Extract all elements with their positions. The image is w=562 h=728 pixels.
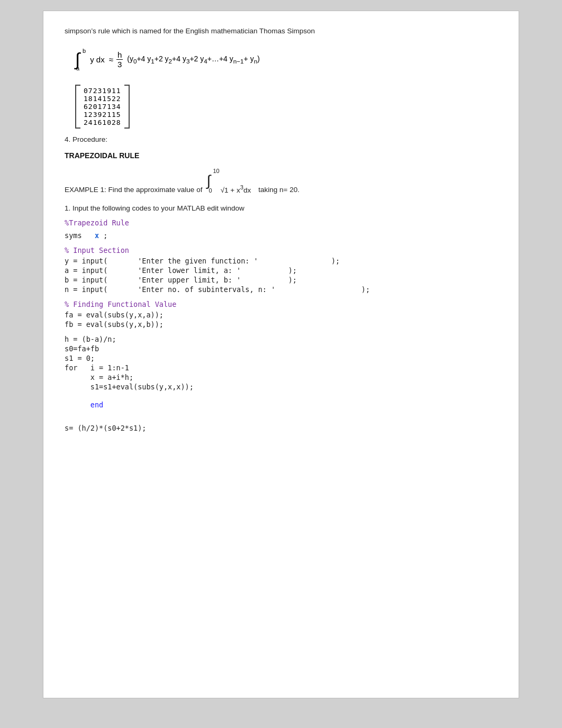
end-line: end [65, 392, 497, 417]
upper-limit-b: b [83, 48, 86, 54]
ex-integral-sign: ∫ [206, 174, 211, 187]
integral-formula: b ∫ a y dx ≈ h 3 (y0+4 y1+2 y2+4 y3+2 y4… [75, 48, 260, 71]
procedure-label: 4. Procedure: [65, 135, 497, 143]
comment-trapezoid: %Trapezoid Rule [65, 219, 497, 227]
x-assign-line: x = a+i*h; [65, 373, 497, 381]
comment-input: % Input Section [65, 246, 497, 254]
for-line: for i = 1:n-1 [65, 363, 497, 372]
input-a-line: a = input( 'Enter lower limit, a: ' ); [65, 266, 497, 275]
matrix-row-1: 07231911 [84, 87, 121, 95]
integrand-y: y dx [90, 55, 105, 64]
lower-limit-a: a [76, 65, 79, 71]
fb-line: fb = eval(subs(y,x,b)); [65, 320, 497, 329]
example-suffix: taking n= 20. [258, 186, 300, 194]
ex-integrand: √1 + x3dx [221, 184, 251, 194]
example-integral-wrap: 10 ∫ 0 √1 + x3dx [206, 168, 251, 194]
intro-text: simpson’s rule which is named for the En… [65, 27, 497, 35]
input-n-line: n = input( 'Enter no. of subintervals, n… [65, 285, 497, 294]
matrix-section: 07231911 18141522 62017134 12392115 2416… [75, 85, 497, 130]
ex-lower-0: 0 [209, 187, 212, 194]
matrix-row-2: 18141522 [84, 95, 121, 103]
comment-functional: % Finding Functional Value [65, 300, 497, 308]
syms-x: x [95, 231, 99, 240]
step1-text: 1. Input the following codes to your MAT… [65, 204, 497, 212]
formula-section: b ∫ a y dx ≈ h 3 (y0+4 y1+2 y2+4 y3+2 y4… [75, 46, 497, 71]
formula-rhs: (y0+4 y1+2 y2+4 y3+2 y4+…+4 yn−1+ yn) [127, 54, 260, 65]
fa-line: fa = eval(subs(y,x,a)); [65, 311, 497, 319]
s-final-block: s= (h/2)*(s0+2*s1); [65, 424, 497, 432]
approx-symbol: ≈ [109, 55, 113, 64]
matrix-row-3: 62017134 [84, 103, 121, 111]
bracket-left-icon [75, 85, 80, 129]
example-line: EXAMPLE 1: Find the approximate value of… [65, 168, 497, 194]
s-final-line: s= (h/2)*(s0+2*s1); [65, 424, 497, 432]
matrix-row-4: 12392115 [84, 111, 121, 119]
ex-upper-10: 10 [213, 168, 219, 174]
syms-line: syms x ; [65, 231, 497, 240]
s1-update-line: s1=s1+eval(subs(y,x,x)); [65, 383, 497, 391]
page: simpson’s rule which is named for the En… [43, 11, 519, 698]
h-over-3: h 3 [116, 50, 123, 69]
h-line: h = (b-a)/n; [65, 335, 497, 343]
input-y-line: y = input( 'Enter the given function: ' … [65, 257, 497, 265]
end-keyword: end [90, 401, 103, 409]
s0-line: s0=fa+fb [65, 344, 497, 353]
bracket-right-icon [124, 85, 130, 129]
trapezoidal-title: TRAPEZOIDAL RULE [65, 151, 497, 160]
input-code-block: y = input( 'Enter the given function: ' … [65, 257, 497, 294]
fa-fb-block: fa = eval(subs(y,x,a)); fb = eval(subs(y… [65, 311, 497, 329]
loop-block: h = (b-a)/n; s0=fa+fb s1 = 0; for i = 1:… [65, 335, 497, 417]
example-prefix: EXAMPLE 1: Find the approximate value of [65, 186, 202, 194]
input-b-line: b = input( 'Enter upper limit, b: ' ); [65, 276, 497, 284]
matrix-row-5: 24161028 [84, 119, 121, 126]
s1-line: s1 = 0; [65, 354, 497, 362]
